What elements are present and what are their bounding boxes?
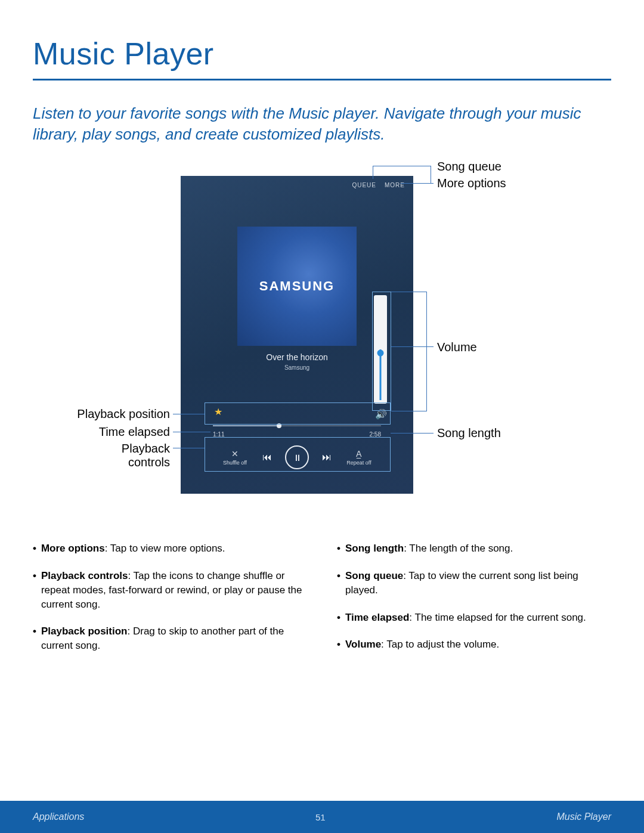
title-rule [33,79,611,80]
description-col-left: •More options: Tap to view more options.… [33,541,307,666]
pause-icon: ⏸ [293,453,302,463]
phone-screenshot: QUEUE MORE SAMSUNG Over the horizon Sams… [181,176,413,494]
progress-thumb[interactable] [277,423,281,428]
page-intro: Listen to your favorite songs with the M… [33,103,611,145]
description-item: •Playback controls: Tap the icons to cha… [33,569,307,611]
leader-line [391,433,434,433]
callout-volume: Volume [437,340,477,354]
callout-more-options: More options [437,176,506,190]
description-item: •Time elapsed: The time elapsed for the … [337,611,611,625]
progress-track[interactable] [213,425,381,426]
footer-section: Applications [33,812,84,822]
song-length: 2:58 [370,431,381,438]
repeat-label: Repeat off [346,460,371,466]
shuffle-label: Shuffle off [223,460,247,466]
shuffle-icon: ✕ [231,449,239,459]
volume-thumb[interactable] [377,350,384,357]
description-item: •Volume: Tap to adjust the volume. [337,637,611,652]
description-item: •More options: Tap to view more options. [33,541,307,556]
page-footer: Applications 51 Music Player [0,801,644,833]
volume-slider[interactable] [374,295,387,404]
footer-topic: Music Player [556,812,611,822]
leader-line [373,166,373,179]
leader-line [373,166,431,166]
page-title: Music Player [33,36,611,72]
descriptions: •More options: Tap to view more options.… [33,541,611,666]
description-item: •Song length: The length of the song. [337,541,611,556]
description-item: •Playback position: Drag to skip to anot… [33,624,307,653]
volume-icon[interactable]: 🔊 [375,408,387,420]
description-col-right: •Song length: The length of the song.•So… [337,541,611,666]
queue-button[interactable]: QUEUE [352,182,376,188]
callout-playback-controls: Playback controls [63,442,170,469]
leader-line [391,292,427,292]
repeat-icon: A̲ [356,449,362,459]
album-brand: SAMSUNG [259,278,335,294]
leader-line [426,292,427,411]
description-item: •Song queue: Tap to view the current son… [337,569,611,597]
callout-time-elapsed: Time elapsed [63,425,170,439]
footer-page-number: 51 [315,812,326,822]
favorite-star-icon[interactable]: ★ [214,406,222,417]
repeat-button[interactable]: A̲ Repeat off [345,449,373,466]
previous-button[interactable]: ⏮ [262,452,272,463]
volume-fill [380,349,382,400]
callout-playback-position: Playback position [63,407,170,421]
album-art: SAMSUNG [237,227,357,346]
next-button[interactable]: ⏭ [322,452,332,463]
leader-line [401,183,434,184]
leader-line [391,346,434,347]
leader-line [173,432,210,432]
leader-line [431,166,431,183]
leader-line [391,411,427,411]
play-pause-button[interactable]: ⏸ [285,445,309,469]
playback-controls: ✕ Shuffle off ⏮ ⏸ ⏭ A̲ Repeat off [181,445,413,469]
leader-line [173,414,205,414]
callout-song-length: Song length [437,426,501,440]
leader-line [173,448,205,448]
shuffle-button[interactable]: ✕ Shuffle off [221,449,249,466]
diagram-area: QUEUE MORE SAMSUNG Over the horizon Sams… [33,169,611,509]
progress-fill [213,425,277,426]
time-elapsed: 1:11 [213,431,224,438]
callout-song-queue: Song queue [437,160,501,174]
